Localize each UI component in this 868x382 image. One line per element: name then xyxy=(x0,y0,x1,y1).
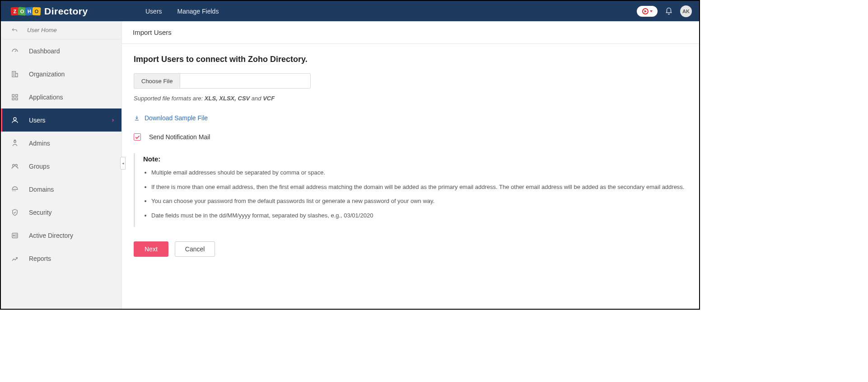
sidebar-item-active-directory[interactable]: Active Directory xyxy=(1,224,121,247)
breadcrumb-label: Import Users xyxy=(133,28,172,36)
sidebar-item-label: Reports xyxy=(29,255,51,262)
file-path-field[interactable] xyxy=(180,73,311,89)
play-icon xyxy=(642,8,649,14)
app-name: Directory xyxy=(44,6,88,17)
svg-point-10 xyxy=(13,235,14,236)
topnav-tabs: Users Manage Fields xyxy=(122,8,219,15)
logo-letter: O xyxy=(33,7,41,15)
content: Import Users Import Users to connect wit… xyxy=(122,21,699,309)
cancel-button[interactable]: Cancel xyxy=(175,241,215,257)
back-arrow-icon xyxy=(11,27,18,34)
svg-point-5 xyxy=(14,118,16,120)
hint-prefix: Supported file formats are: xyxy=(134,95,205,102)
sidebar-item-groups[interactable]: Groups xyxy=(1,155,121,178)
download-sample-label: Download Sample File xyxy=(145,114,208,122)
tab-manage-fields[interactable]: Manage Fields xyxy=(177,8,219,15)
next-button[interactable]: Next xyxy=(134,241,168,257)
groups-icon xyxy=(11,162,19,170)
sidebar-item-organization[interactable]: Organization xyxy=(1,62,121,85)
svg-point-8 xyxy=(15,164,18,166)
svg-rect-2 xyxy=(16,94,18,97)
sidebar-item-label: Organization xyxy=(29,71,65,78)
sidebar-item-users[interactable]: Users xyxy=(1,108,121,132)
record-dropdown[interactable] xyxy=(637,6,658,17)
shield-icon xyxy=(11,208,19,217)
sidebar-item-admins[interactable]: Admins xyxy=(1,132,121,155)
notify-checkbox[interactable] xyxy=(134,133,141,141)
logo-icon: Z O H O xyxy=(12,7,41,15)
users-icon xyxy=(11,116,19,124)
reports-icon xyxy=(11,255,19,263)
chevron-down-icon xyxy=(650,10,653,12)
breadcrumb: Import Users xyxy=(122,21,699,44)
page-title: Import Users to connect with Zoho Direct… xyxy=(134,55,687,64)
checkmark-icon xyxy=(135,134,140,139)
svg-rect-4 xyxy=(16,98,18,100)
download-sample-link[interactable]: Download Sample File xyxy=(134,114,687,122)
sidebar-item-label: Dashboard xyxy=(29,47,60,55)
svg-rect-1 xyxy=(12,94,14,97)
sidebar-item-label: Users xyxy=(29,117,46,124)
note-item: Date fields must be in the dd/MM/yyyy fo… xyxy=(151,211,687,220)
button-row: Next Cancel xyxy=(134,241,687,257)
note-item: If there is more than one email address,… xyxy=(151,183,687,192)
sidebar-item-label: Applications xyxy=(29,94,63,101)
svg-point-6 xyxy=(14,141,16,143)
bell-icon[interactable] xyxy=(665,7,673,15)
note-list: Multiple email addresses should be separ… xyxy=(143,168,687,220)
sidebar-item-label: Admins xyxy=(29,140,50,147)
note-item: Multiple email addresses should be separ… xyxy=(151,168,687,177)
topbar-right: AK xyxy=(637,5,699,17)
sidebar-item-domains[interactable]: Domains xyxy=(1,178,121,201)
tab-users[interactable]: Users xyxy=(145,8,162,15)
file-picker-row: Choose File xyxy=(134,73,687,89)
note-item: You can choose your password from the de… xyxy=(151,197,687,206)
sidebar-item-label: Active Directory xyxy=(29,232,73,239)
sidebar-item-dashboard[interactable]: Dashboard xyxy=(1,39,121,62)
download-icon xyxy=(134,115,140,121)
domains-icon xyxy=(11,185,19,193)
notify-label: Send Notification Mail xyxy=(149,133,210,141)
hint-last: VCF xyxy=(263,95,275,102)
organization-icon xyxy=(11,70,19,78)
chevron-right-icon xyxy=(111,118,115,123)
supported-formats-hint: Supported file formats are: XLS, XLSX, C… xyxy=(134,95,687,102)
admins-icon xyxy=(11,139,19,147)
topbar: Z O H O Directory Users Manage Fields AK xyxy=(1,1,699,21)
sidebar-item-applications[interactable]: Applications xyxy=(1,85,121,108)
dashboard-icon xyxy=(11,47,19,55)
sidebar-item-security[interactable]: Security xyxy=(1,201,121,224)
svg-point-7 xyxy=(13,164,15,166)
notify-checkbox-row: Send Notification Mail xyxy=(134,133,687,141)
avatar[interactable]: AK xyxy=(680,5,692,17)
sidebar-collapse-handle[interactable]: ◂ xyxy=(120,157,126,170)
logo[interactable]: Z O H O Directory xyxy=(1,6,122,17)
svg-rect-3 xyxy=(12,98,14,100)
directory-icon xyxy=(11,231,19,240)
sidebar-item-label: Domains xyxy=(29,186,54,193)
hint-and: and xyxy=(250,95,263,102)
sidebar-item-label: Groups xyxy=(29,163,50,170)
hint-formats: XLS, XLSX, CSV xyxy=(205,95,250,102)
sidebar: User Home Dashboard Organization Applica… xyxy=(1,21,122,309)
sidebar-item-reports[interactable]: Reports xyxy=(1,247,121,270)
choose-file-button[interactable]: Choose File xyxy=(134,73,180,89)
note-box: Note: Multiple email addresses should be… xyxy=(134,153,687,227)
user-home-link[interactable]: User Home xyxy=(1,21,121,39)
sidebar-item-label: Security xyxy=(29,209,52,216)
applications-icon xyxy=(11,93,19,101)
note-title: Note: xyxy=(143,155,687,163)
user-home-label: User Home xyxy=(27,27,57,33)
